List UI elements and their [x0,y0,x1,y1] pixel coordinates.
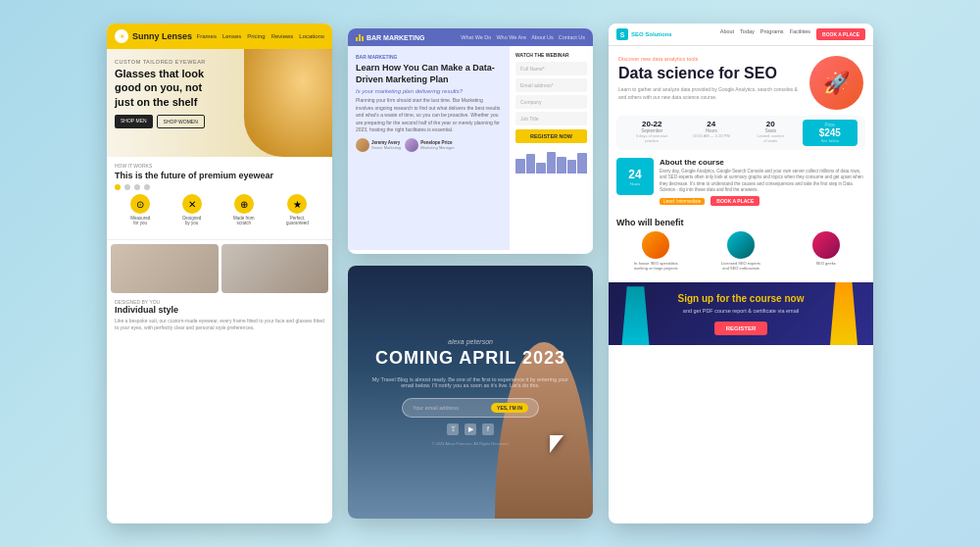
p2-bar-1 [515,159,525,174]
p4-header: S SEO Solutions About Today Programs Fac… [609,24,873,46]
p3-coming-title: COMING APRIL 2023 [368,349,573,369]
p4-signup-title: Sign up for the course now [620,292,861,305]
p4-benefit-title: Who will benefit [616,218,865,227]
p4-logo-icon: S [616,28,628,40]
p4-nav-programs[interactable]: Programs [760,28,784,40]
p2-field-email[interactable]: Email address* [515,78,587,92]
p2-field-name[interactable]: Full Name* [515,62,587,75]
p4-benefit-avatar-1 [642,231,669,259]
p2-person1: Jeremy Avery Senior Marketing [356,138,401,152]
cursor-wrapper [550,435,564,453]
p2-nav-who[interactable]: Who We Are [496,34,526,40]
p4-course-text: Every day, Google Analytics, Google Sear… [660,169,865,193]
p4-signup-button[interactable]: REGISTER [714,322,768,335]
p2-brand: BAR MARKETING [367,34,425,41]
p4-stat-seats: 20 Seats Limited numberof seats [743,120,799,146]
p4-course-hours-value: 24 [628,168,641,181]
p1-how-section: How It Works This is the future of premi… [107,157,332,235]
p1-style-text: Like a bespoke suit, our custom-made eye… [115,318,324,331]
p1-icon-designed-label: Designedby you [182,216,202,225]
p1-icon-made: ⊕ Made fromscratch [233,194,255,225]
p2-field-company[interactable]: Company [515,95,587,109]
p2-field-job[interactable]: Job Title [515,112,587,125]
p4-stat-dates: 20-22 September 3 days of intensivepract… [624,120,680,146]
p4-book-header-button[interactable]: BOOK A PLACE [816,28,865,40]
p4-stats-grid: 20-22 September 3 days of intensivepract… [616,116,865,150]
p3-facebook-icon[interactable]: f [482,423,494,435]
p2-bar-2 [526,154,536,174]
p2-chart-bars [515,149,587,174]
p4-hero-title: Data science for SEO [618,64,802,82]
p2-title: Learn How You Can Make a Data-Driven Mar… [356,63,502,85]
p3-input-placeholder: Your email address [413,405,459,411]
p2-right-form: WATCH THE WEBINAR Full Name* Email addre… [510,46,593,250]
bar1 [356,37,358,41]
p1-icon-measured-label: Measuredfor you [130,216,150,225]
p4-book-place-button[interactable]: BOOK A PLACE [710,196,760,206]
p1-nav-locations[interactable]: Locations [299,33,324,39]
p3-yes-button[interactable]: YES, I'M IN [491,403,528,413]
p2-subtitle: Is your marketing plan delivering result… [356,88,502,94]
p4-stat-hours-value: 24 [684,120,740,128]
p1-brand: Sunny Lenses [132,31,192,41]
p2-nav-contact[interactable]: Contact Us [559,34,585,40]
measured-icon: ⊙ [130,194,150,214]
p4-stat-hours: 24 Hours 10:00 AM — 5:30 PM [684,120,740,146]
p3-youtube-icon[interactable]: ▶ [465,423,476,435]
p2-person1-role: Senior Marketing [371,145,401,150]
p2-register-button[interactable]: REGISTER NOW [515,129,587,143]
p1-shop-women-button[interactable]: SHOP WOMEN [157,115,205,128]
p4-benefit-list: In-house SEO specialistsworking on large… [616,231,865,271]
p4-nav-today[interactable]: Today [740,28,755,40]
p4-nav-facilities[interactable]: Facilities [790,28,810,40]
p1-nav: Frames Lenses Pricing Reviews Locations [197,33,324,39]
p2-avatar2 [405,138,418,152]
bar3 [362,36,364,41]
p4-stat-price: Price $245 See below [803,120,858,146]
p3-twitter-icon[interactable]: 𝕋 [447,423,459,435]
p1-nav-frames[interactable]: Frames [197,33,217,39]
p4-logo-area: S SEO Solutions [616,28,672,40]
p2-avatar1 [356,138,369,152]
p4-nav-about[interactable]: About [720,28,734,40]
bar-chart-icon [356,33,364,41]
p2-nav-what[interactable]: What We Do [461,34,491,40]
p2-nav-about[interactable]: About Us [531,34,554,40]
p1-nav-pricing[interactable]: Pricing [247,33,265,39]
p1-style-section: Designed By You Individual style Like a … [107,293,332,337]
perfect-icon: ★ [287,194,307,214]
p4-benefit-label-3: SEO geeks [786,261,865,266]
p4-stat-seats-value: 20 [743,120,799,128]
p1-shop-men-button[interactable]: SHOP MEN [115,115,153,128]
p2-body-text: Planning your firm should start the last… [356,97,502,134]
p2-bar-4 [547,152,557,174]
p1-grid-img-2 [221,244,329,293]
p1-nav-lenses[interactable]: Lenses [222,33,241,39]
p1-divider [107,239,332,240]
p4-stat-dates-sub: 3 days of intensivepractice [624,133,680,143]
p1-hero-image [244,49,332,157]
p1-image-grid [107,244,332,293]
p3-email-input[interactable]: Your email address YES, I'M IN [402,398,539,418]
panel-coming-april: alexa peterson COMING APRIL 2023 My Trav… [348,266,593,519]
p4-hero-description: Learn to gather and analyze data provide… [618,86,802,101]
sunny-lenses-logo-icon: ☀ [115,29,128,43]
p1-how-label: How It Works [115,163,324,169]
p3-author-name: alexa peterson [368,338,573,345]
main-container: ☀ Sunny Lenses Frames Lenses Pricing Rev… [107,24,873,523]
p4-benefit-avatar-2 [727,231,755,259]
p1-hero: Custom Tailored Eyewear Glasses that loo… [107,49,332,157]
p2-bar-6 [567,160,577,174]
p4-hero-section: Discover new data analytics tools Data s… [609,46,873,116]
bar2 [359,34,361,41]
p1-header: ☀ Sunny Lenses Frames Lenses Pricing Rev… [107,24,332,49]
p4-benefit-1: In-house SEO specialistsworking on large… [616,231,696,271]
p2-person1-info: Jeremy Avery Senior Marketing [371,140,401,150]
made-icon: ⊕ [234,194,254,214]
p4-stat-seats-sub: Limited numberof seats [743,133,799,143]
p4-signup-content: Sign up for the course now and get PDF c… [620,292,861,335]
p4-rocket-image: 🚀 [809,56,863,110]
p1-nav-reviews[interactable]: Reviews [271,33,294,39]
p4-benefit-label-2: Licensed SEO expertsand SEO enthusiasts [702,261,781,271]
p2-person2-role: Marketing Manager [420,145,454,150]
